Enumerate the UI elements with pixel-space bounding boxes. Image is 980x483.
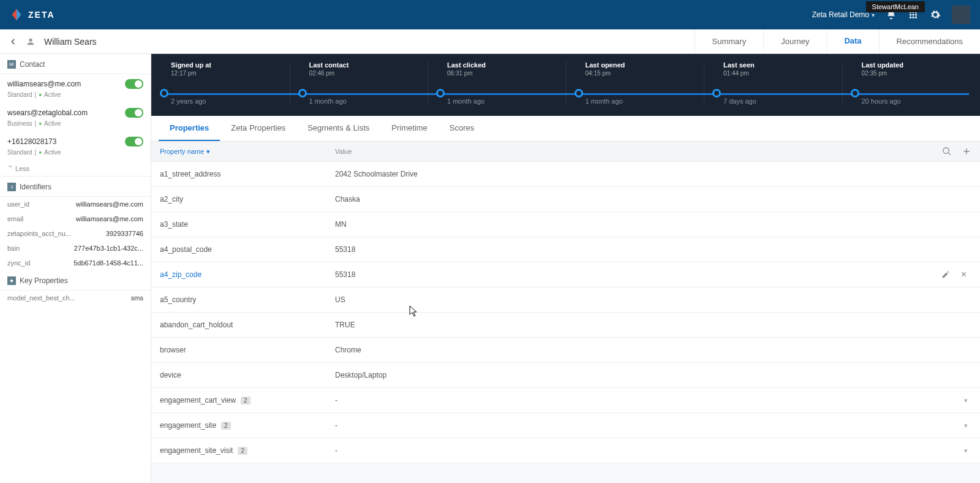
property-row[interactable]: deviceDesktop/Laptop [151,363,980,388]
identifier-row: bsin277e47b3-1cb1-432c... [0,241,151,256]
contact-value: williamsears@me.com [7,80,81,88]
property-name: a2_city [160,195,335,203]
timeline-time: 06:31 pm [447,70,554,77]
property-value: 2042 Schoolmaster Drive [335,170,971,178]
property-value: TRUE [335,321,971,329]
contact-toggle[interactable] [125,137,143,146]
property-value: Desktop/Laptop [335,371,971,379]
sidebar-identifiers-head: ⌗ Identifiers [0,177,151,197]
close-icon[interactable] [960,270,968,279]
contact-toggle[interactable] [125,108,143,118]
timeline-ago: 20 hours ago [862,97,968,105]
property-row[interactable]: browserChrome [151,338,980,363]
subtab-zeta-properties[interactable]: Zeta Properties [220,116,296,141]
identifier-key: email [7,215,23,222]
keyprop-key: model_next_best_ch... [7,294,75,302]
settings-icon[interactable] [930,9,941,20]
property-name: abandon_cart_holdout [160,321,335,329]
timeline-time: 04:15 pm [586,70,692,77]
tab-data[interactable]: Data [826,29,878,53]
property-row[interactable]: engagement_site_visit2-▾ [151,438,980,463]
timeline-node-icon [160,89,168,97]
property-row[interactable]: a2_cityChaska [151,187,980,212]
chevron-down-icon[interactable]: ▾ [964,447,971,455]
timeline-time: 02:35 pm [862,70,968,77]
sidebar-keyprops-head: ★ Key Properties [0,270,151,291]
contact-item: wsears@zetaglobal.com [0,103,151,120]
main-content: Signed up at 12:17 pm 2 years ago Last c… [151,54,980,483]
property-row[interactable]: engagement_cart_view2-▾ [151,388,980,413]
zeta-logo-icon [10,8,23,21]
subtab-scores[interactable]: Scores [439,116,485,141]
timeline-time: 12:17 pm [171,70,277,77]
avatar[interactable] [952,6,970,24]
timeline-ago: 1 month ago [447,97,554,105]
property-row[interactable]: engagement_site2-▾ [151,413,980,438]
property-name: device [160,371,335,379]
property-row[interactable]: a5_countryUS [151,287,980,313]
property-value: - [335,446,964,455]
identifier-key: zync_id [7,259,30,267]
property-badge: 2 [238,447,247,455]
property-name: a1_street_address [160,170,335,178]
contact-item: +16128028173 [0,132,151,149]
property-row[interactable]: a1_street_address2042 Schoolmaster Drive [151,162,980,187]
contact-meta: Standard | ● Active [0,91,151,103]
brand-logo[interactable]: ZETA [10,8,55,21]
brand-name: ZETA [28,10,55,20]
contact-item: williamsears@me.com [0,74,151,91]
top-header: ZETA Zeta Retail Demo ▾ [0,0,980,29]
subtab-properties[interactable]: Properties [159,116,220,141]
subtab-segments[interactable]: Segments & Lists [296,116,380,141]
tab-summary[interactable]: Summary [695,29,764,53]
col-value: Value [335,148,352,155]
tab-recommendations[interactable]: Recommendations [879,29,980,53]
contact-icon: ✉ [7,60,16,69]
add-property-button[interactable] [962,146,971,156]
timeline-item: Last updated 02:35 pm 20 hours ago [842,61,981,105]
property-value: 55318 [335,245,971,254]
identifier-value: williamsears@me.com [76,215,143,222]
properties-toolbar: Property name ▾ Value [151,142,980,162]
property-row[interactable]: a4_zip_code55318 [151,262,980,287]
contact-value: wsears@zetaglobal.com [7,108,88,117]
sidebar-contact-head: ✉ Contact [0,54,151,74]
chevron-down-icon[interactable]: ▾ [964,397,971,405]
property-row[interactable]: a4_postal_code55318 [151,237,980,262]
contact-toggle[interactable] [125,79,143,89]
edit-icon[interactable] [941,270,950,279]
property-value: 55318 [335,270,941,279]
property-name: a5_country [160,295,335,304]
profile-name: William Sears [44,37,97,47]
timeline-ago: 7 days ago [723,97,830,105]
property-row[interactable]: a3_stateMN [151,212,980,237]
timeline-label: Last contact [309,61,416,69]
timeline-time: 01:44 pm [723,70,830,77]
contact-meta: Business | ● Active [0,120,151,132]
data-subtabs: Properties Zeta Properties Segments & Li… [151,116,980,142]
property-row[interactable]: abandon_cart_holdoutTRUE [151,313,980,338]
timeline-item: Last clicked 06:31 pm 1 month ago [428,61,566,105]
tab-journey[interactable]: Journey [763,29,826,53]
chevron-down-icon[interactable]: ▾ [964,422,971,430]
identifier-value: 277e47b3-1cb1-432c... [74,245,143,252]
chevron-down-icon: ▾ [206,148,210,156]
back-button[interactable] [9,37,17,46]
timeline-node-icon [712,89,721,97]
timeline-item: Signed up at 12:17 pm 2 years ago [151,61,290,105]
subtab-primetime[interactable]: Primetime [380,116,439,141]
sidebar-less[interactable]: ⌃ Less [0,161,151,177]
timeline-label: Signed up at [171,61,277,69]
activity-timeline: Signed up at 12:17 pm 2 years ago Last c… [151,54,980,116]
main-tab-bar: Summary Journey Data Recommendations [695,29,980,53]
timeline-node-icon [851,89,859,97]
search-icon[interactable] [942,146,952,156]
property-value: MN [335,220,971,229]
keyprop-value: sms [131,294,143,302]
property-name: engagement_site_visit2 [160,446,335,455]
identifier-row: emailwilliamsears@me.com [0,211,151,226]
identifier-key: bsin [7,245,20,252]
col-property-name[interactable]: Property name ▾ [160,148,335,156]
property-name: browser [160,346,335,354]
identifier-value: williamsears@me.com [76,200,143,208]
